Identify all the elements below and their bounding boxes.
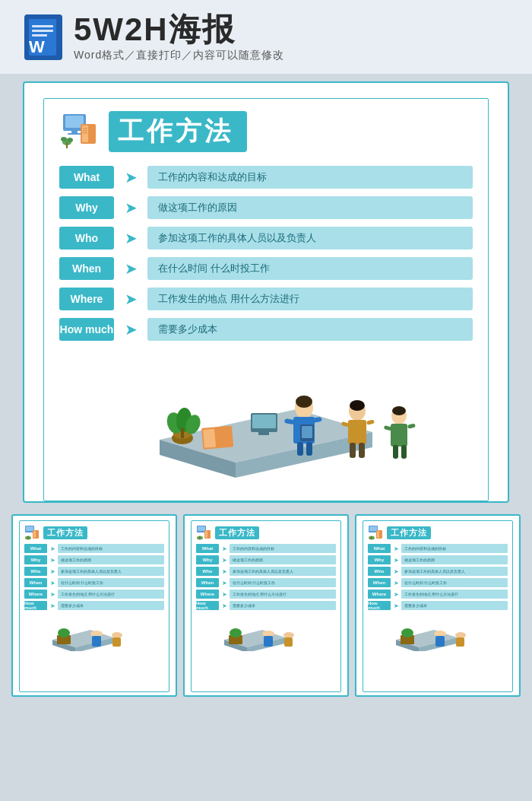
thumb-inner: 工作方法 What ➤ 工作的内容和达成的目标 Why ➤ 做这项工作的原因 W… [363,520,513,692]
thumbnails-row: 工作方法 What ➤ 工作的内容和达成的目标 Why ➤ 做这项工作的原因 W… [0,514,532,708]
thumb-desc: 工作的内容和达成的目标 [230,544,336,553]
thumb-label: Who [368,567,391,576]
poster-title-icon [59,110,101,152]
thumbnail-card-2: 工作方法 What ➤ 工作的内容和达成的目标 Why ➤ 做这项工作的原因 W… [355,514,521,697]
arrow-icon: ➤ [122,229,140,247]
svg-rect-83 [284,637,293,647]
svg-rect-74 [205,531,207,538]
svg-rect-38 [348,420,366,444]
thumb-inner: 工作方法 What ➤ 工作的内容和达成的目标 Why ➤ 做这项工作的原因 W… [19,520,169,692]
thumb-desc: 工作的内容和达成的目标 [401,544,508,553]
method-desc: 工作发生的地点 用什么方法进行 [147,288,473,310]
svg-point-67 [112,632,122,638]
iso-illustration [59,348,473,501]
method-desc: 需要多少成本 [147,318,473,341]
svg-rect-14 [83,132,87,134]
svg-rect-91 [371,536,372,539]
thumb-title-icon [24,525,40,540]
svg-point-70 [58,628,70,637]
thumb-title-text: 工作方法 [215,526,259,539]
method-label: Where [59,288,114,310]
thumb-label: What [196,544,219,553]
svg-rect-30 [181,428,184,438]
thumb-desc: 工作发生的地点 用什么方法进行 [401,590,508,599]
svg-rect-50 [297,442,303,456]
thumb-label: How much [196,601,219,610]
thumb-desc: 工作发生的地点 用什么方法进行 [230,590,336,599]
word-icon: W [23,14,62,62]
thumb-desc: 在什么时间 什么时投工作 [58,578,164,587]
thumb-desc: 参加这项工作的具体人员以及负责人 [401,567,508,576]
thumb-illustration [24,613,164,651]
method-desc: 参加这项工作的具体人员以及负责人 [147,227,473,250]
thumb-arrow-icon: ➤ [221,580,227,586]
subtitle: Word格式／直接打印／内容可以随意修改 [74,49,284,62]
thumb-title-row: 工作方法 [368,525,508,540]
thumb-arrow-icon: ➤ [221,591,227,598]
thumb-arrow-icon: ➤ [393,580,399,586]
thumb-title-text: 工作方法 [43,526,87,539]
poster-title-row: 工作方法 [59,110,473,152]
thumb-desc: 工作的内容和达成的目标 [58,544,164,553]
thumb-label: How much [368,601,391,610]
svg-rect-43 [391,424,407,447]
thumb-row: What ➤ 工作的内容和达成的目标 [196,544,336,553]
thumb-desc: 需要多少成本 [58,601,164,610]
svg-point-85 [230,628,242,637]
svg-rect-51 [306,442,312,456]
svg-point-97 [455,632,466,638]
method-label: Why [59,196,114,219]
svg-rect-61 [27,536,29,539]
thumb-desc: 在什么时间 什么时投工作 [230,578,336,587]
method-row: Who ➤ 参加这项工作的具体人员以及负责人 [59,227,473,250]
thumb-arrow-icon: ➤ [393,545,399,552]
svg-rect-66 [92,636,101,647]
thumb-arrow-icon: ➤ [49,568,55,575]
svg-rect-9 [68,133,81,135]
thumb-label: Where [368,590,391,599]
method-row: Where ➤ 工作发生的地点 用什么方法进行 [59,288,473,310]
header-area: W 5W2H海报 Word格式／直接打印／内容可以随意修改 [0,0,532,74]
thumb-label: Where [196,590,219,599]
poster-title-text: 工作方法 [109,111,247,152]
thumb-label: Why [24,555,47,564]
illustration-area [59,348,473,501]
thumb-label: When [368,578,391,587]
thumb-row: How much ➤ 需要多少成本 [368,601,508,610]
arrow-icon: ➤ [122,259,140,278]
thumb-label: Why [196,555,219,564]
thumb-illustration [368,613,508,651]
thumb-desc: 工作发生的地点 用什么方法进行 [58,590,164,599]
svg-rect-3 [32,30,53,32]
thumb-arrow-icon: ➤ [221,602,227,609]
svg-point-95 [434,631,446,637]
thumb-arrow-icon: ➤ [393,591,399,598]
thumb-label: Who [196,567,219,576]
svg-rect-24 [258,432,269,435]
thumb-desc: 参加这项工作的具体人员以及负责人 [230,567,336,576]
thumb-label: How much [24,601,47,610]
thumb-arrow-icon: ➤ [393,602,399,609]
svg-point-80 [262,631,274,637]
svg-rect-96 [435,636,445,647]
thumb-row: Why ➤ 做这项工作的原因 [196,555,336,564]
thumb-row: How much ➤ 需要多少成本 [24,601,164,610]
thumb-label: Where [24,590,47,599]
thumb-row: Where ➤ 工作发生的地点 用什么方法进行 [24,590,164,599]
svg-rect-45 [407,423,416,428]
thumb-desc: 做这项工作的原因 [401,555,508,564]
thumb-row: When ➤ 在什么时间 什么时投工作 [24,578,164,587]
thumb-arrow-icon: ➤ [221,568,227,575]
thumb-row: Why ➤ 做这项工作的原因 [368,555,508,564]
svg-point-17 [61,137,67,141]
thumb-row: What ➤ 工作的内容和达成的目标 [24,544,164,553]
svg-point-65 [90,631,103,637]
method-label: What [59,166,114,189]
svg-point-100 [401,628,413,637]
thumb-row: Who ➤ 参加这项工作的具体人员以及负责人 [24,567,164,576]
thumb-title-text: 工作方法 [387,526,431,539]
svg-rect-89 [377,531,379,538]
thumb-label: Who [24,567,47,576]
thumb-arrow-icon: ➤ [393,557,399,564]
arrow-icon: ➤ [122,290,140,308]
